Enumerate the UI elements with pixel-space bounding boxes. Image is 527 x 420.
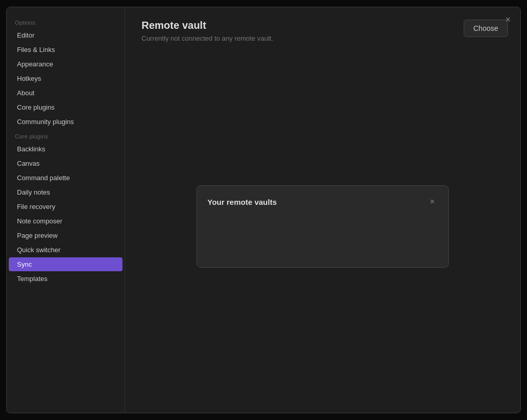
sidebar-item-page-preview[interactable]: Page preview bbox=[9, 229, 122, 242]
sidebar-item-core-plugins[interactable]: Core plugins bbox=[9, 100, 122, 114]
sidebar-item-backlinks[interactable]: Backlinks bbox=[9, 142, 122, 156]
sidebar-item-quick-switcher[interactable]: Quick switcher bbox=[9, 243, 122, 257]
modal-overlay: × Options Editor Files & Links Appearanc… bbox=[0, 0, 527, 420]
sidebar-item-canvas[interactable]: Canvas bbox=[9, 156, 122, 170]
sidebar-item-daily-notes[interactable]: Daily notes bbox=[9, 185, 122, 199]
sidebar-item-about[interactable]: About bbox=[9, 86, 122, 100]
sidebar-item-sync[interactable]: Sync bbox=[9, 257, 122, 271]
dialog-close-button[interactable]: × bbox=[502, 13, 514, 26]
popup-title: Your remote vaults bbox=[207, 198, 277, 206]
sidebar-item-note-composer[interactable]: Note composer bbox=[9, 214, 122, 228]
page-title: Remote vault bbox=[142, 20, 504, 31]
sidebar-item-file-recovery[interactable]: File recovery bbox=[9, 200, 122, 214]
settings-dialog: × Options Editor Files & Links Appearanc… bbox=[6, 7, 521, 413]
options-section-label: Options bbox=[7, 15, 125, 28]
sidebar-item-files-links[interactable]: Files & Links bbox=[9, 43, 122, 57]
core-plugins-section-label: Core plugins bbox=[7, 129, 125, 142]
sidebar-item-community-plugins[interactable]: Community plugins bbox=[9, 115, 122, 129]
subtitle-text: Currently not connected to any remote va… bbox=[142, 34, 504, 42]
sidebar-item-command-palette[interactable]: Command palette bbox=[9, 171, 122, 185]
sidebar-item-appearance[interactable]: Appearance bbox=[9, 57, 122, 71]
main-content: Remote vault Currently not connected to … bbox=[125, 7, 520, 413]
popup-header: Your remote vaults × bbox=[207, 196, 438, 207]
sidebar-item-editor[interactable]: Editor bbox=[9, 28, 122, 42]
popup-close-button[interactable]: × bbox=[427, 196, 438, 207]
sidebar-item-hotkeys[interactable]: Hotkeys bbox=[9, 72, 122, 85]
remote-vaults-popup: Your remote vaults × bbox=[197, 185, 449, 268]
sidebar: Options Editor Files & Links Appearance … bbox=[7, 7, 125, 413]
popup-content bbox=[207, 216, 438, 257]
sidebar-item-templates[interactable]: Templates bbox=[9, 272, 122, 286]
